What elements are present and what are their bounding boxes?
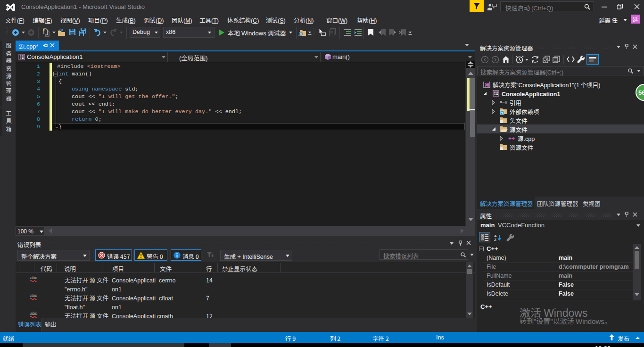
- svg-text:Z: Z: [494, 238, 496, 241]
